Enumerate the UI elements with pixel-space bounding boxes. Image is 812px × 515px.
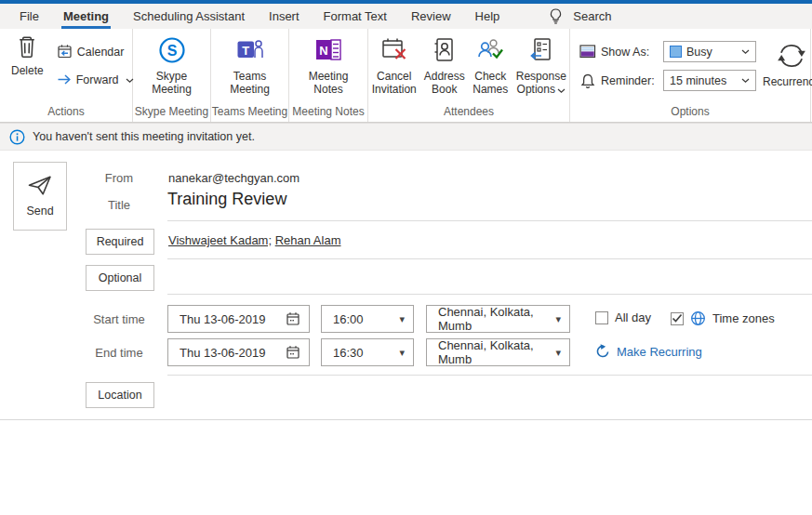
start-date-value: Thu 13-06-2019 (180, 312, 266, 326)
group-label-meeting-notes: Meeting Notes (289, 103, 367, 122)
reminder-bell-icon (579, 73, 596, 89)
tab-help[interactable]: Help (463, 4, 512, 29)
required-recipients: Vishwajeet Kadam; Rehan Alam (168, 233, 341, 247)
title-label: Title (89, 198, 149, 212)
end-time-dropdown[interactable]: 16:30 ▾ (321, 338, 414, 366)
skype-meeting-button[interactable]: S Skype Meeting (139, 29, 206, 103)
check-names-button[interactable]: Check Names (469, 29, 512, 103)
tab-file[interactable]: File (7, 4, 51, 29)
teams-meeting-label: Teams Meeting (219, 70, 282, 96)
check-names-icon (475, 35, 505, 65)
optional-button[interactable]: Optional (86, 265, 154, 291)
meeting-notes-button[interactable]: N Meeting Notes (295, 29, 362, 103)
forward-button[interactable]: Forward (57, 73, 134, 86)
cancel-invitation-button[interactable]: Cancel Invitation (368, 29, 419, 103)
calendar-picker-icon[interactable] (286, 311, 300, 326)
reminder-dropdown[interactable]: 15 minutes (663, 70, 756, 91)
end-time-value: 16:30 (333, 346, 364, 360)
end-timezone-dropdown[interactable]: Chennai, Kolkata, Mumb ▾ (426, 338, 570, 366)
skype-meeting-label: Skype Meeting (140, 70, 204, 96)
end-date-value: Thu 13-06-2019 (180, 346, 266, 360)
location-button[interactable]: Location (86, 382, 154, 408)
all-day-checkbox[interactable]: All day (595, 310, 651, 324)
ribbon-group-skype: S Skype Meeting Skype Meeting (133, 29, 211, 122)
dropdown-arrow-icon: ▾ (555, 313, 561, 325)
dropdown-arrow-icon: ▾ (555, 347, 561, 359)
delete-button[interactable]: Delete (9, 29, 46, 103)
globe-icon (690, 310, 706, 326)
svg-text:S: S (166, 43, 177, 59)
send-plane-icon (27, 175, 53, 196)
chevron-down-icon (741, 78, 750, 84)
ribbon: Delete Calendar (0, 29, 812, 123)
end-time-label: End time (89, 346, 149, 360)
tab-review[interactable]: Review (399, 4, 463, 29)
all-day-label: All day (615, 310, 651, 324)
check-names-label: Check Names (471, 70, 511, 96)
cancel-invitation-label: Cancel Invitation (370, 70, 418, 96)
end-date-picker[interactable]: Thu 13-06-2019 (167, 338, 310, 366)
chevron-down-icon (741, 49, 750, 55)
info-message: You haven't sent this meeting invitation… (33, 130, 255, 143)
title-value[interactable]: Training Review (167, 190, 286, 209)
teams-icon: T (235, 35, 265, 65)
copy-to-calendar-button[interactable]: Calendar (57, 44, 134, 59)
group-label-attendees: Attendees (368, 103, 569, 122)
start-time-dropdown[interactable]: 16:00 ▾ (321, 305, 414, 333)
from-value[interactable]: nanekar@techgyan.com (168, 171, 300, 185)
start-time-label: Start time (89, 312, 149, 326)
tab-scheduling-assistant[interactable]: Scheduling Assistant (121, 4, 257, 29)
lightbulb-icon (549, 8, 563, 24)
cancel-invitation-icon (379, 35, 409, 65)
ribbon-group-attendees: Cancel Invitation Address Book (368, 29, 570, 122)
address-book-button[interactable]: Address Book (420, 29, 468, 103)
show-as-value: Busy (686, 46, 712, 59)
recipient-link[interactable]: Vishwajeet Kadam; (168, 233, 272, 247)
recipient-link[interactable]: Rehan Alam (275, 233, 341, 247)
ribbon-group-meeting-notes: N Meeting Notes Meeting Notes (289, 29, 368, 122)
recurrence-label: Recurrence (763, 75, 812, 88)
checkbox-checked-icon (671, 312, 684, 325)
tab-format-text[interactable]: Format Text (312, 4, 399, 29)
reminder-value: 15 minutes (670, 74, 726, 87)
make-recurring-icon (595, 344, 610, 359)
teams-meeting-button[interactable]: T Teams Meeting (217, 29, 284, 103)
calendar-label: Calendar (77, 46, 125, 59)
time-zones-checkbox[interactable]: Time zones (671, 310, 775, 326)
send-button[interactable]: Send (13, 162, 67, 231)
start-timezone-dropdown[interactable]: Chennai, Kolkata, Mumb ▾ (426, 305, 570, 333)
search-box[interactable]: Search (549, 4, 611, 29)
message-body-area[interactable] (0, 420, 812, 515)
response-options-icon (526, 35, 556, 65)
forward-label: Forward (76, 73, 119, 86)
show-as-label: Show As: (601, 46, 659, 59)
from-label: From (89, 171, 149, 185)
start-date-picker[interactable]: Thu 13-06-2019 (167, 305, 310, 333)
start-time-value: 16:00 (333, 312, 364, 326)
dropdown-arrow-icon: ▾ (399, 347, 405, 359)
busy-color-swatch (670, 46, 682, 58)
trash-icon (16, 35, 38, 59)
tab-insert[interactable]: Insert (257, 4, 312, 29)
title-field-underline (167, 220, 812, 221)
chevron-down-icon (126, 78, 134, 84)
required-button[interactable]: Required (86, 229, 154, 255)
calendar-picker-icon[interactable] (286, 345, 300, 360)
show-as-dropdown[interactable]: Busy (663, 41, 756, 62)
search-label: Search (573, 9, 611, 23)
address-book-label: Address Book (422, 70, 466, 96)
meeting-notes-label: Meeting Notes (297, 70, 360, 96)
chevron-down-icon (557, 88, 566, 94)
dropdown-arrow-icon: ▾ (399, 313, 405, 325)
info-bar: You haven't sent this meeting invitation… (0, 123, 812, 151)
time-zones-label: Time zones (712, 311, 775, 325)
delete-label: Delete (11, 64, 44, 77)
response-options-button[interactable]: Response Options (513, 29, 569, 103)
forward-arrow-icon (57, 73, 72, 86)
recurrence-icon (775, 39, 808, 73)
ribbon-tab-bar: File Meeting Scheduling Assistant Insert… (0, 4, 812, 29)
tab-meeting[interactable]: Meeting (51, 4, 121, 29)
end-row-underline (167, 375, 812, 376)
recurrence-button[interactable]: Recurrence (763, 39, 812, 103)
make-recurring-link[interactable]: Make Recurring (595, 344, 702, 359)
